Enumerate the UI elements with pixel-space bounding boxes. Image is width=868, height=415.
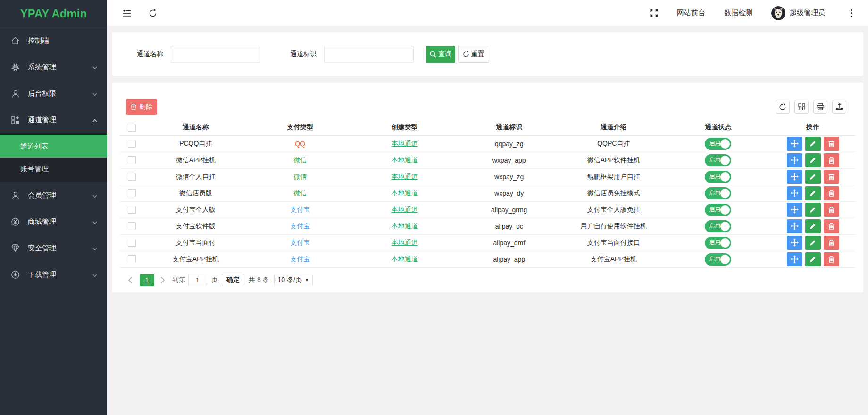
channel-code-input[interactable] bbox=[324, 46, 414, 63]
topbar-link-frontend[interactable]: 网站前台 bbox=[668, 0, 715, 26]
row-edit-button[interactable] bbox=[805, 137, 821, 151]
sidebar-item-0[interactable]: 控制端 bbox=[0, 27, 107, 54]
cell-createtype: 本地通道 bbox=[352, 218, 457, 234]
refresh-page-button[interactable] bbox=[140, 0, 166, 26]
row-edit-button[interactable] bbox=[805, 252, 821, 266]
table-columns-button[interactable] bbox=[794, 100, 809, 114]
status-toggle-label: 启用 bbox=[709, 173, 720, 181]
current-page-button[interactable]: 1 bbox=[140, 274, 154, 286]
row-edit-button[interactable] bbox=[805, 186, 821, 200]
goto-confirm-button[interactable]: 确定 bbox=[222, 274, 244, 286]
row-delete-button[interactable] bbox=[824, 236, 839, 250]
row-checkbox[interactable] bbox=[128, 206, 136, 214]
reset-button[interactable]: 重置 bbox=[458, 46, 489, 63]
table-export-button[interactable] bbox=[832, 100, 846, 114]
create-type-link[interactable]: 本地通道 bbox=[392, 173, 418, 180]
create-type-link[interactable]: 本地通道 bbox=[392, 189, 418, 197]
row-edit-button[interactable] bbox=[805, 236, 821, 250]
sidebar-submenu: 通道列表账号管理 bbox=[0, 133, 107, 182]
create-type-link[interactable]: 本地通道 bbox=[392, 140, 418, 147]
delete-button-label: 删除 bbox=[139, 103, 152, 111]
sidebar-item-7[interactable]: 下载管理 bbox=[0, 261, 107, 288]
row-move-button[interactable] bbox=[787, 186, 802, 200]
status-toggle-label: 启用 bbox=[709, 222, 720, 230]
row-delete-button[interactable] bbox=[824, 186, 839, 200]
status-toggle[interactable]: 启用 bbox=[705, 237, 731, 249]
channel-name-input[interactable] bbox=[171, 46, 260, 63]
table-print-button[interactable] bbox=[813, 100, 827, 114]
topbar-link-datacheck[interactable]: 数据检测 bbox=[715, 0, 762, 26]
row-edit-button[interactable] bbox=[805, 203, 821, 217]
next-page-button[interactable] bbox=[159, 274, 167, 286]
row-checkbox[interactable] bbox=[128, 140, 136, 148]
table-refresh-button[interactable] bbox=[776, 100, 790, 114]
row-delete-button[interactable] bbox=[824, 203, 839, 217]
sidebar-item-3[interactable]: 通道管理 bbox=[0, 107, 107, 133]
sidebar-item-2[interactable]: 后台权限 bbox=[0, 80, 107, 107]
page-size-select[interactable]: 10 条/页 ▼ bbox=[274, 274, 313, 286]
row-edit-button[interactable] bbox=[805, 219, 821, 233]
row-move-button[interactable] bbox=[787, 219, 802, 233]
row-move-button[interactable] bbox=[787, 236, 802, 250]
row-edit-button[interactable] bbox=[805, 153, 821, 167]
row-checkbox[interactable] bbox=[128, 239, 136, 247]
cell-name: 支付宝APP挂机 bbox=[143, 251, 248, 267]
sidebar-item-6[interactable]: 安全管理 bbox=[0, 235, 107, 261]
cell-status: 启用 bbox=[666, 218, 771, 234]
row-select-cell bbox=[120, 168, 143, 185]
row-delete-button[interactable] bbox=[824, 170, 839, 184]
more-menu-button[interactable] bbox=[835, 0, 868, 26]
status-toggle-label: 启用 bbox=[709, 156, 720, 164]
query-button[interactable]: 查询 bbox=[426, 46, 455, 63]
sidebar-item-4[interactable]: 会员管理 bbox=[0, 182, 107, 208]
sidebar-item-1[interactable]: 系统管理 bbox=[0, 54, 107, 80]
sidebar-subitem-1[interactable]: 账号管理 bbox=[0, 158, 107, 180]
row-checkbox[interactable] bbox=[128, 255, 136, 263]
row-edit-button[interactable] bbox=[805, 170, 821, 184]
create-type-link[interactable]: 本地通道 bbox=[392, 206, 418, 213]
status-toggle[interactable]: 启用 bbox=[705, 253, 731, 266]
row-move-button[interactable] bbox=[787, 137, 802, 151]
row-checkbox[interactable] bbox=[128, 189, 136, 197]
row-checkbox[interactable] bbox=[128, 156, 136, 164]
goto-page-input[interactable] bbox=[188, 274, 207, 286]
row-delete-button[interactable] bbox=[824, 252, 839, 266]
row-checkbox[interactable] bbox=[128, 173, 136, 181]
cell-status: 启用 bbox=[666, 234, 771, 251]
row-delete-button[interactable] bbox=[824, 219, 839, 233]
cell-code: alipay_app bbox=[457, 251, 562, 267]
row-checkbox[interactable] bbox=[128, 222, 136, 230]
cell-name: 支付宝当面付 bbox=[143, 234, 248, 251]
row-move-button[interactable] bbox=[787, 203, 802, 217]
toggle-knob bbox=[720, 255, 730, 264]
row-delete-button[interactable] bbox=[824, 137, 839, 151]
row-move-button[interactable] bbox=[787, 153, 802, 167]
prev-page-button[interactable] bbox=[126, 274, 134, 286]
sidebar-item-5[interactable]: 商城管理 bbox=[0, 208, 107, 235]
create-type-link[interactable]: 本地通道 bbox=[392, 156, 418, 164]
shrink-icon bbox=[122, 9, 131, 17]
user-icon bbox=[11, 90, 19, 98]
row-delete-button[interactable] bbox=[824, 153, 839, 167]
status-toggle[interactable]: 启用 bbox=[705, 171, 731, 183]
status-toggle[interactable]: 启用 bbox=[705, 154, 731, 166]
create-type-link[interactable]: 本地通道 bbox=[392, 255, 418, 263]
create-type-link[interactable]: 本地通道 bbox=[392, 239, 418, 246]
delete-button[interactable]: 删除 bbox=[126, 99, 157, 115]
sidebar-subitem-0[interactable]: 通道列表 bbox=[0, 135, 107, 158]
row-move-button[interactable] bbox=[787, 252, 802, 266]
status-toggle[interactable]: 启用 bbox=[705, 138, 731, 150]
cell-status: 启用 bbox=[666, 185, 771, 201]
status-toggle-label: 启用 bbox=[709, 189, 720, 197]
status-toggle[interactable]: 启用 bbox=[705, 187, 731, 199]
create-type-link[interactable]: 本地通道 bbox=[392, 222, 418, 230]
fullscreen-button[interactable] bbox=[641, 0, 668, 26]
row-move-button[interactable] bbox=[787, 170, 802, 184]
status-toggle-label: 启用 bbox=[709, 239, 720, 247]
select-all-checkbox[interactable] bbox=[128, 124, 136, 132]
user-menu[interactable]: 超级管理员 bbox=[762, 0, 835, 26]
collapse-sidebar-button[interactable] bbox=[113, 0, 140, 26]
status-toggle[interactable]: 启用 bbox=[705, 220, 731, 232]
cell-status: 启用 bbox=[666, 152, 771, 168]
status-toggle[interactable]: 启用 bbox=[705, 204, 731, 216]
